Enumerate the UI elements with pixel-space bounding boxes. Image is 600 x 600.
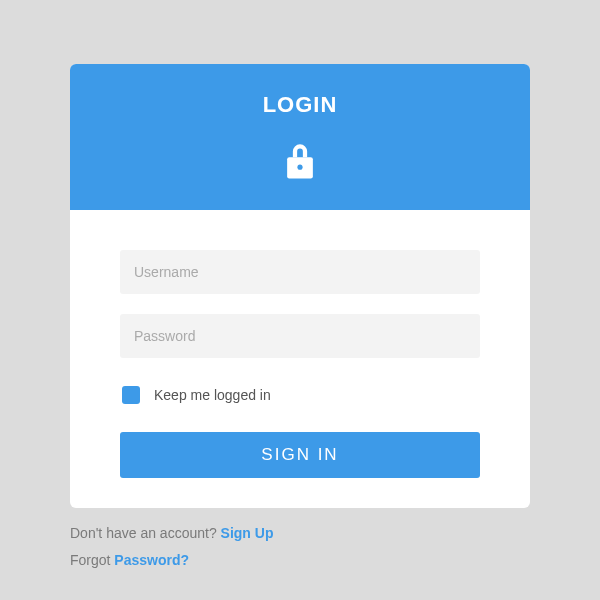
- remember-checkbox[interactable]: [122, 386, 140, 404]
- login-card: LOGIN Keep me logged in SIGN IN: [70, 64, 530, 508]
- login-title: LOGIN: [70, 92, 530, 118]
- signin-button[interactable]: SIGN IN: [120, 432, 480, 478]
- forgot-prompt: Forgot: [70, 552, 114, 568]
- remember-label: Keep me logged in: [154, 387, 271, 403]
- signup-link[interactable]: Sign Up: [221, 525, 274, 541]
- signup-line: Don't have an account? Sign Up: [70, 520, 530, 547]
- login-form: Keep me logged in SIGN IN: [70, 210, 530, 508]
- remember-row: Keep me logged in: [122, 386, 480, 404]
- footer-links: Don't have an account? Sign Up Forgot Pa…: [70, 508, 530, 573]
- svg-point-1: [297, 165, 302, 170]
- forgot-line: Forgot Password?: [70, 547, 530, 574]
- login-header: LOGIN: [70, 64, 530, 210]
- password-input[interactable]: [120, 314, 480, 358]
- forgot-password-link[interactable]: Password?: [114, 552, 189, 568]
- username-input[interactable]: [120, 250, 480, 294]
- lock-icon: [70, 140, 530, 184]
- signup-prompt: Don't have an account?: [70, 525, 221, 541]
